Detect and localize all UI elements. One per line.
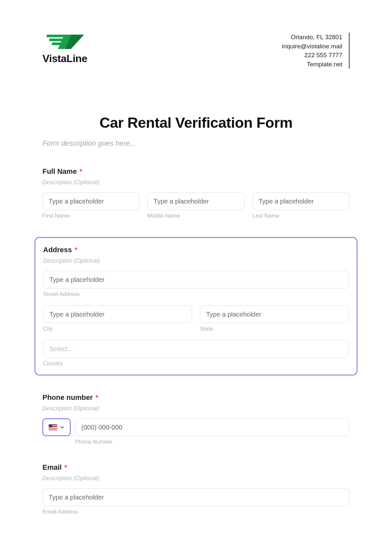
- phone-sublabel: Phone Number: [75, 439, 350, 445]
- middle-name-input[interactable]: [147, 192, 244, 210]
- vistaline-logo-icon: [45, 33, 85, 51]
- address-description: Description (Optional): [43, 257, 349, 264]
- state-sublabel: State: [200, 326, 349, 332]
- required-mark: *: [74, 246, 77, 254]
- brand-logo: VistaLine: [42, 33, 87, 65]
- address-label: Address *: [43, 246, 349, 254]
- phone-description: Description (Optional): [42, 405, 350, 412]
- phone-number-input[interactable]: [75, 418, 350, 436]
- header-site: Template.net: [282, 60, 342, 69]
- email-label-text: Email: [42, 463, 62, 471]
- fullname-label: Full Name *: [42, 167, 350, 176]
- header-phone: 222 555 7777: [282, 51, 342, 60]
- email-input[interactable]: [42, 488, 350, 506]
- us-flag-icon: [49, 424, 57, 430]
- city-input[interactable]: [43, 305, 192, 323]
- email-label: Email *: [42, 463, 350, 472]
- chevron-down-icon: [60, 425, 64, 430]
- header: VistaLine Orlando, FL 32801 inquire@vist…: [42, 33, 350, 69]
- country-select-placeholder: Select...: [49, 345, 73, 353]
- fullname-description: Description (Optional): [42, 179, 350, 186]
- address-section[interactable]: Address * Description (Optional) Street …: [35, 237, 357, 375]
- first-name-sublabel: First Name: [42, 213, 139, 219]
- city-sublabel: City: [43, 326, 192, 332]
- header-contact-block: Orlando, FL 32801 inquire@vistaline.mail…: [282, 33, 350, 69]
- form-title: Car Rental Verification Form: [42, 114, 350, 131]
- form-description: Form description goes here...: [42, 139, 350, 148]
- street-address-input[interactable]: [43, 271, 349, 288]
- country-select[interactable]: Select...: [43, 340, 349, 358]
- address-label-text: Address: [43, 246, 72, 254]
- required-mark: *: [64, 463, 67, 471]
- street-address-sublabel: Street Address: [43, 291, 349, 298]
- phone-label-text: Phone number: [42, 393, 93, 401]
- email-sublabel: Email Address: [42, 509, 350, 515]
- middle-name-sublabel: Middle Name: [147, 213, 244, 219]
- phone-section: Phone number * Description (Optional) Ph…: [42, 393, 350, 445]
- last-name-sublabel: Last Name: [253, 213, 350, 219]
- header-address: Orlando, FL 32801: [282, 33, 342, 42]
- country-sublabel: Country: [43, 360, 349, 367]
- fullname-section: Full Name * Description (Optional) First…: [42, 167, 350, 219]
- brand-name: VistaLine: [42, 53, 87, 65]
- first-name-input[interactable]: [42, 192, 139, 210]
- country-code-dropdown[interactable]: [42, 418, 71, 436]
- fullname-label-text: Full Name: [42, 167, 77, 175]
- state-input[interactable]: [200, 305, 349, 323]
- required-mark: *: [95, 393, 98, 401]
- email-section: Email * Description (Optional) Email Add…: [42, 463, 350, 515]
- last-name-input[interactable]: [253, 192, 350, 210]
- header-email: inquire@vistaline.mail: [282, 42, 342, 51]
- svg-rect-0: [47, 35, 64, 37]
- email-description: Description (Optional): [42, 475, 350, 482]
- required-mark: *: [79, 167, 82, 175]
- phone-label: Phone number *: [42, 393, 350, 402]
